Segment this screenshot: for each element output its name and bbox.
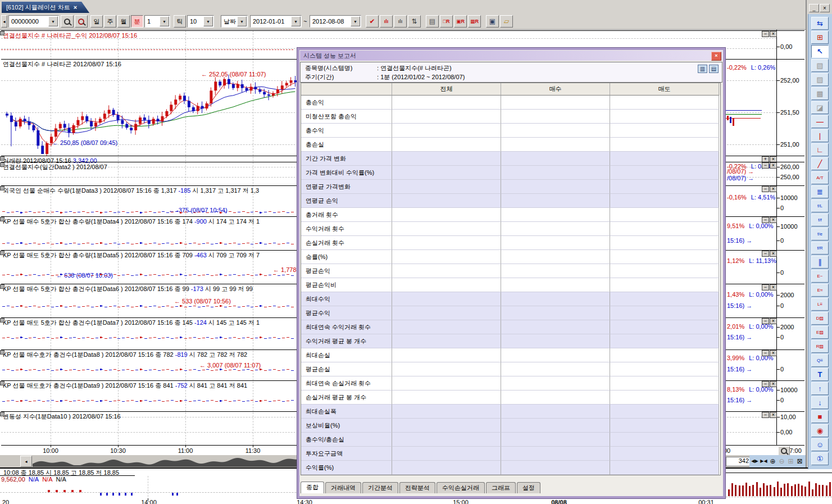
volatility-panel-resize-handle[interactable] [0,412,4,416]
text-icon[interactable]: T [811,368,829,381]
parallel-line-icon[interactable]: ∥ [811,256,829,269]
arrow-up-icon[interactable]: ↑ [811,382,829,395]
signal-check-icon[interactable]: ✔ [366,15,379,28]
open-file-icon[interactable]: ▱ [500,15,513,28]
navigator-preview[interactable] [33,456,297,467]
daily-index-panel-close-button[interactable]: × [770,162,777,169]
report-tab-전략분석[interactable]: 전략분석 [399,482,435,493]
signal-bars-icon[interactable]: ılı [380,15,393,28]
elliott-impulse-icon[interactable]: E≈ [811,284,829,297]
volume-panel-resize-handle[interactable] [0,156,4,161]
stop-icon[interactable]: ■ [811,410,829,423]
date-mode-combo-dropdown-icon[interactable]: ▼ [237,16,247,26]
report-tab-설정[interactable]: 설정 [517,482,540,493]
period-week-button[interactable]: 주 [104,15,116,28]
tick-button[interactable]: 틱 [174,15,186,28]
multi-line-icon[interactable]: ≣ [811,185,829,198]
fibo-fan-icon[interactable]: f/f [811,214,829,226]
zoom-in-icon[interactable]: ⊕ [769,457,777,465]
window-minimize-button[interactable]: _ [809,4,819,12]
refresh-icon[interactable]: ⇆ [811,17,829,30]
profit-panel-resize-handle[interactable] [0,31,4,35]
report-tab-거래내역[interactable]: 거래내역 [325,482,361,493]
document-tab[interactable]: [6102] 시뮬레이션 차트 × [2,2,89,13]
navigator-left-button[interactable]: ◂ [20,456,32,467]
buy-order-count-panel-minimize-button[interactable]: − [762,350,769,356]
buy-order-count-panel-close-button[interactable]: × [770,350,777,356]
text-note-icon[interactable]: A/T [811,171,829,184]
search-reset-icon[interactable] [75,15,88,28]
fibo-ext-icon[interactable]: f/e [811,228,829,240]
cycle-e-icon[interactable]: E▨ [811,326,829,339]
volatility-panel-close-button[interactable]: × [770,412,777,418]
fibo-retrace-icon[interactable]: f/R [811,242,829,255]
search-icon[interactable] [61,15,74,28]
symbol-combo-dropdown-icon[interactable]: ▼ [48,16,58,26]
profit-panel-minimize-button[interactable]: − [762,31,769,37]
minute-interval-combo-dropdown-icon[interactable]: ▼ [160,16,169,26]
buy-order-count-panel-resize-handle[interactable] [0,350,4,355]
chart-report-icon[interactable]: ▣R [454,15,467,28]
smiley-icon[interactable]: ☺ [811,438,829,451]
run-strategy-icon[interactable]: □R [440,15,453,28]
cycle-d-icon[interactable]: D▨ [811,312,829,325]
buy5-count-panel-close-button[interactable]: × [770,284,777,290]
cycle-r-icon[interactable]: R▨ [811,340,829,353]
copy-icon[interactable]: ▥ [698,65,707,73]
date-from-combo-dropdown-icon[interactable]: ▼ [291,16,301,26]
copy-report-icon[interactable]: ▦R [468,15,481,28]
foreign-net-panel-minimize-button[interactable]: − [762,186,769,192]
scroll-left-button[interactable]: ◂ [1,15,7,28]
zoom-button[interactable] [778,446,790,456]
report-tab-수익손실거래[interactable]: 수익손실거래 [437,482,485,493]
dialog-close-button[interactable]: × [711,52,721,61]
elliott-wave-icon[interactable]: E~ [811,270,829,283]
date-to-combo-dropdown-icon[interactable]: ▼ [351,16,360,26]
arrow-down-icon[interactable]: ↓ [811,396,829,409]
buy5-volume-panel-resize-handle[interactable] [0,217,4,221]
save-icon[interactable]: ▣ [486,15,499,28]
foreign-net-panel-resize-handle[interactable] [0,186,4,190]
chart-layout-icon[interactable]: ⊞ [811,31,829,44]
period-day-button[interactable]: 일 [90,15,103,28]
tick-interval-combo-dropdown-icon[interactable]: ▼ [203,16,213,26]
record-icon[interactable]: ◉ [811,424,829,437]
buy5-count-panel-resize-handle[interactable] [0,284,4,289]
pointer-icon[interactable]: ↖ [811,45,829,58]
date-to-combo[interactable]: 2012-08-08▼ [310,15,361,28]
bar-chart-icon[interactable]: ılı [394,15,407,28]
sort-updown-icon[interactable]: ⇅ [408,15,421,28]
date-from-combo[interactable]: 2012-01-01▼ [250,15,302,28]
minute-interval-combo[interactable]: 1▼ [144,15,170,28]
daily-index-panel-resize-handle[interactable] [0,162,4,167]
report-tab-기간분석[interactable]: 기간분석 [362,482,398,493]
sell5-count-panel-minimize-button[interactable]: − [762,318,769,324]
report-tab-그래프[interactable]: 그래프 [486,482,516,493]
fibo-line-icon[interactable]: f/L [811,199,829,212]
buy5-count-panel-minimize-button[interactable]: − [762,284,769,290]
print-icon[interactable]: ▤ [709,65,719,73]
zoom-out-h-icon[interactable]: ◀▶ [751,457,759,465]
daily-index-panel-minimize-button[interactable]: − [762,162,769,169]
vline-tool-icon[interactable]: | [811,129,829,142]
window-close-button[interactable]: × [820,4,830,12]
period-month-button[interactable]: 월 [117,15,130,28]
sell-order-count-panel-resize-handle[interactable] [0,381,4,385]
tab-close-icon[interactable]: × [74,4,77,11]
sell-order-count-panel-minimize-button[interactable]: − [762,381,769,387]
sell5-count-panel-resize-handle[interactable] [0,318,4,323]
regression-icon[interactable]: L≡ [811,298,829,311]
date-mode-combo[interactable]: 날짜▼ [221,15,248,28]
symbol-combo[interactable]: 00000000▼ [8,15,59,28]
profit-panel-close-button[interactable]: × [770,31,777,37]
quote-icon[interactable]: Q≡ [811,354,829,367]
sell5-count-panel-close-button[interactable]: × [770,318,777,324]
bar-count-input[interactable]: 342 [726,457,751,466]
sell5-volume-panel-resize-handle[interactable] [0,251,4,255]
tick-interval-combo[interactable]: 10▼ [187,15,214,28]
buy5-volume-panel-close-button[interactable]: × [770,217,777,223]
hline-tool-icon[interactable]: ― [811,115,829,128]
zoom-in-h-icon[interactable]: ▶◀ [760,457,768,465]
period-minute-button[interactable]: 분 [131,15,143,28]
dialog-titlebar[interactable]: 시스템 성능 보고서 × [300,51,722,61]
